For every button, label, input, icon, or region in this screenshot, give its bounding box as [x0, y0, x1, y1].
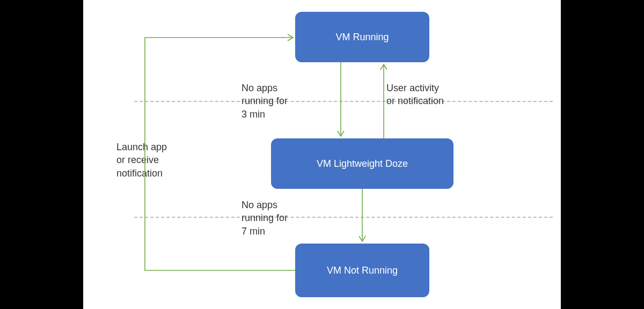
state-label: VM Not Running	[327, 265, 398, 276]
transition-label-running-to-doze: No apps running for 3 min	[241, 82, 333, 121]
arrowhead-icon	[338, 131, 344, 136]
transition-label-notrunning-to-running: Launch app or receive notification	[116, 141, 197, 180]
state-vm-lightweight-doze: VM Lightweight Doze	[271, 138, 453, 189]
state-vm-running: VM Running	[295, 12, 429, 62]
transition-label-doze-to-notrunning: No apps running for 7 min	[241, 198, 333, 238]
arrowhead-icon	[380, 64, 387, 70]
state-label: VM Running	[335, 32, 389, 43]
arrowhead-icon	[288, 34, 293, 41]
divider-upper	[134, 101, 553, 102]
state-label: VM Lightweight Doze	[317, 158, 408, 170]
arrowhead-icon	[359, 236, 365, 241]
transition-label-doze-to-running: User activity or notification	[386, 82, 478, 108]
diagram-canvas: VM Running VM Lightweight Doze VM Not Ru…	[83, 0, 561, 309]
divider-lower	[134, 217, 553, 218]
state-vm-not-running: VM Not Running	[295, 244, 429, 297]
